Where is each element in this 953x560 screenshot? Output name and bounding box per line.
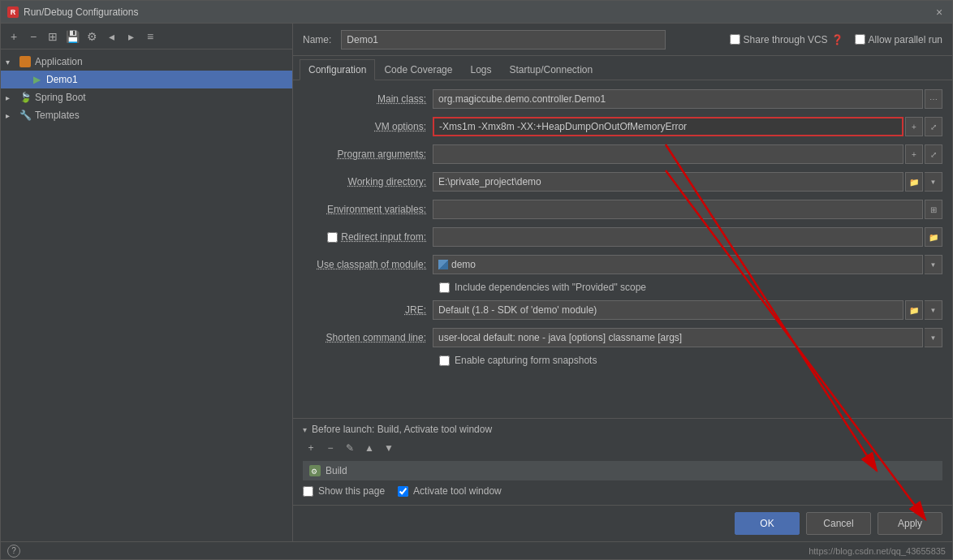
vm-options-fullscreen-button[interactable]: ⤢ [925,117,942,136]
include-deps-label: Include dependencies with "Provided" sco… [455,282,646,293]
sidebar-item-springboot[interactable]: ▸ 🍃 Spring Boot [1,88,292,106]
program-args-expand-button[interactable]: + [905,144,923,164]
app-icon: R [7,6,19,18]
status-bar: ? https://blog.csdn.net/qq_43655835 [1,541,952,559]
jre-folder-button[interactable]: 📁 [905,300,923,320]
before-launch-edit-button[interactable]: ✎ [342,440,358,456]
classpath-value: demo [451,259,476,270]
redirect-input-checkbox[interactable] [327,232,338,243]
show-this-page-item: Show this page [303,485,385,497]
before-launch-add-button[interactable]: + [303,440,319,456]
copy-config-button[interactable]: ⊞ [45,28,61,45]
ok-button[interactable]: OK [735,512,800,535]
bottom-checkboxes: Show this page Activate tool window [303,482,942,500]
working-dir-dropdown-button[interactable]: ▼ [925,172,942,192]
allow-parallel-checkbox[interactable] [855,34,865,45]
jre-dropdown-button[interactable]: ▼ [925,300,942,320]
wrench-icon: 🔧 [19,109,32,122]
main-class-input[interactable] [433,89,923,109]
share-vcs-label: Share through VCS [744,34,828,45]
name-header: Name: Share through VCS ❓ Allow parallel… [293,24,952,56]
tree-arrow-application: ▾ [6,58,17,67]
sort-button[interactable]: ≡ [142,28,158,45]
enable-capture-row: Enable capturing form snapshots [303,355,942,366]
sidebar-item-demo1[interactable]: ▸ ▶ Demo1 [1,71,292,88]
remove-config-button[interactable]: − [25,28,41,45]
env-vars-browse-button[interactable]: ⊞ [925,200,942,219]
tab-logs[interactable]: Logs [461,58,500,80]
sidebar-item-templates[interactable]: ▸ 🔧 Templates [1,106,292,124]
main-class-row: Main class: ⋯ [303,88,942,110]
vm-options-expand-button[interactable]: + [905,117,923,136]
settings-button[interactable]: ⚙ [84,28,100,45]
before-launch-down-button[interactable]: ▼ [381,440,397,456]
redirect-input-input-group: 📁 [433,227,942,247]
configuration-form: Main class: ⋯ VM options: + ⤢ [293,80,952,418]
cancel-button[interactable]: Cancel [806,512,871,535]
shorten-cmd-input-group: ▼ [433,328,942,347]
jre-input[interactable] [433,300,903,320]
tab-configuration[interactable]: Configuration [300,59,375,80]
tree-arrow-springboot: ▸ [6,93,17,102]
working-dir-folder-button[interactable]: 📁 [905,172,923,192]
env-vars-row: Environment variables: ⊞ [303,199,942,220]
redirect-input-input[interactable] [433,227,923,247]
allow-parallel-label: Allow parallel run [869,34,942,45]
tab-logs-label: Logs [470,64,491,75]
help-button[interactable]: ? [7,545,20,558]
working-dir-row: Working directory: 📁 ▼ [303,171,942,192]
name-input[interactable] [341,30,666,50]
env-vars-input-group: ⊞ [433,200,942,219]
tab-startup[interactable]: Startup/Connection [500,58,602,80]
working-dir-input[interactable] [433,172,903,192]
title-bar: R Run/Debug Configurations × [1,1,952,24]
vm-options-row: VM options: + ⤢ [303,116,942,137]
application-icon [19,55,32,68]
classpath-dropdown-button[interactable]: ▼ [925,255,942,274]
apply-button[interactable]: Apply [878,512,942,535]
close-button[interactable]: × [933,6,946,19]
program-args-fullscreen-button[interactable]: ⤢ [925,144,942,164]
sidebar-item-application[interactable]: ▾ Application [1,53,292,71]
program-args-label: Program arguments: [303,149,433,160]
include-deps-checkbox[interactable] [439,282,450,293]
before-launch-header: ▾ Before launch: Build, Activate tool wi… [303,424,942,435]
save-config-button[interactable]: 💾 [64,28,80,45]
env-vars-input[interactable] [433,200,923,219]
before-launch-arrow[interactable]: ▾ [303,425,307,434]
shorten-cmd-dropdown-button[interactable]: ▼ [925,328,942,347]
include-deps-row: Include dependencies with "Provided" sco… [303,282,942,293]
shorten-cmd-input[interactable] [433,328,923,347]
redirect-input-folder-button[interactable]: 📁 [925,227,942,247]
program-args-input[interactable] [433,144,903,164]
classpath-label: Use classpath of module: [303,259,433,270]
before-launch-up-button[interactable]: ▲ [361,440,377,456]
tab-coverage[interactable]: Code Coverage [375,58,461,80]
move-down-button[interactable]: ▸ [123,28,139,45]
spring-icon: 🍃 [19,91,32,104]
demo1-label: Demo1 [46,74,78,85]
main-class-browse-button[interactable]: ⋯ [925,89,942,109]
program-args-row: Program arguments: + ⤢ [303,144,942,165]
add-config-button[interactable]: + [6,28,22,45]
dialog-title: Run/Debug Configurations [24,6,933,18]
show-this-page-checkbox[interactable] [303,486,313,497]
vm-options-input[interactable] [433,117,903,136]
before-launch-remove-button[interactable]: − [322,440,339,456]
activate-tool-window-checkbox[interactable] [398,486,408,497]
tab-coverage-label: Code Coverage [384,64,452,75]
tree-spacer-demo1: ▸ [17,75,28,84]
before-launch-toolbar: + − ✎ ▲ ▼ [303,440,942,456]
jre-label: JRE: [303,304,433,316]
run-icon: ▶ [30,73,43,86]
name-label: Name: [303,34,331,45]
application-label: Application [35,56,83,67]
before-launch-build-item[interactable]: ⚙ Build [303,461,942,480]
status-url: https://blog.csdn.net/qq_43655835 [809,546,946,556]
share-help-icon[interactable]: ❓ [831,34,843,45]
move-up-button[interactable]: ◂ [103,28,119,45]
share-vcs-checkbox[interactable] [730,34,740,45]
classpath-row: Use classpath of module: demo ▼ [303,254,942,275]
activate-tool-window-label: Activate tool window [413,485,502,497]
enable-capture-checkbox[interactable] [439,355,450,366]
